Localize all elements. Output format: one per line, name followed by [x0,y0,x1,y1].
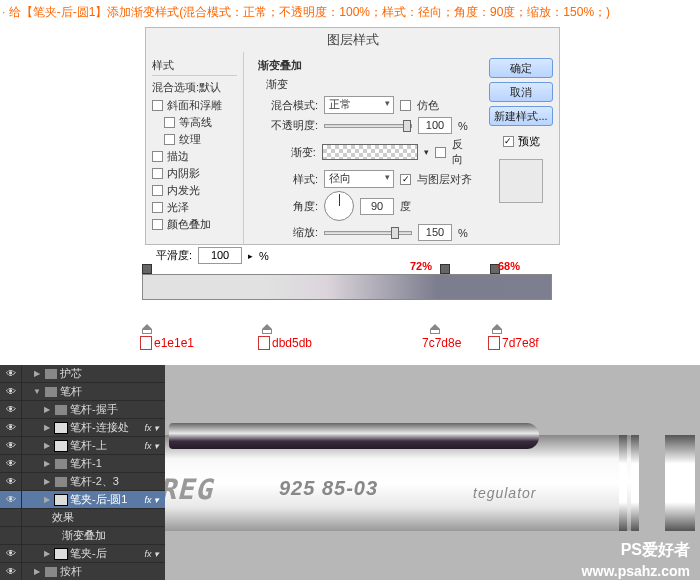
expand-icon[interactable]: ▶ [42,549,52,558]
gradient-preview[interactable] [322,144,418,160]
blend-mode-select[interactable]: 正常 [324,96,394,114]
settings-column: 渐变叠加 渐变 混合模式: 正常 仿色 不透明度: 100 % 渐变: [244,52,483,245]
effect-contour[interactable]: 等高线 [152,114,237,131]
effect-inner-glow[interactable]: 内发光 [152,182,237,199]
smoothness-unit: % [259,250,269,262]
folder-icon [55,459,67,469]
layer-row[interactable]: 👁▼笔杆 [0,383,165,401]
visibility-icon[interactable]: 👁 [0,365,22,382]
layer-row[interactable]: 👁▶笔杆-2、3 [0,473,165,491]
effect-inner-shadow[interactable]: 内阴影 [152,165,237,182]
align-checkbox[interactable] [400,174,411,185]
expand-icon[interactable]: ▶ [42,477,52,486]
opacity-label: 不透明度: [262,118,318,133]
fx-badge[interactable]: fx ▾ [144,423,161,433]
dither-label: 仿色 [417,98,439,113]
layer-row[interactable]: 👁▶笔杆-握手 [0,401,165,419]
visibility-icon[interactable]: 👁 [0,563,22,580]
layer-row[interactable]: 👁▶笔杆-1 [0,455,165,473]
opacity-slider[interactable] [324,124,412,128]
layer-row[interactable]: 👁▶护芯 [0,365,165,383]
effect-bevel[interactable]: 斜面和浮雕 [152,97,237,114]
opacity-unit: % [458,120,468,132]
folder-icon [45,369,57,379]
angle-input[interactable]: 90 [360,198,394,215]
preview-checkbox[interactable] [503,136,514,147]
scale-input[interactable]: 150 [418,224,452,241]
smoothness-input[interactable]: 100 [198,247,242,264]
visibility-icon[interactable]: 👁 [0,383,22,400]
expand-icon[interactable]: ▶ [42,459,52,468]
layer-row[interactable]: 👁▶笔杆-上fx ▾ [0,437,165,455]
effect-satin[interactable]: 光泽 [152,199,237,216]
color-stop[interactable] [430,324,440,334]
visibility-icon[interactable]: 👁 [0,401,22,418]
visibility-icon[interactable]: 👁 [0,491,22,508]
expand-icon[interactable]: ▶ [42,495,52,504]
blending-options[interactable]: 混合选项:默认 [152,78,237,97]
layer-row[interactable]: 👁▶笔杆-连接处fx ▾ [0,419,165,437]
color-stop[interactable] [262,324,272,334]
layer-thumb [54,494,68,506]
opacity-input[interactable]: 100 [418,117,452,134]
sub-title: 渐变 [266,77,473,92]
pen-text-teg: tegulator [473,485,536,501]
canvas-area: REG 925 85-03 tegulator PS爱好者 www.psahz.… [165,365,700,580]
fx-badge[interactable]: fx ▾ [144,549,161,559]
expand-icon[interactable]: ▶ [42,441,52,450]
dither-checkbox[interactable] [400,100,411,111]
effect-texture[interactable]: 纹理 [152,131,237,148]
layer-name: 笔杆-2、3 [70,474,161,489]
color-stop[interactable] [142,324,152,334]
layer-name: 笔夹-后 [70,546,144,561]
fx-badge[interactable]: fx ▾ [144,441,161,451]
color-stop[interactable] [492,324,502,334]
effect-stroke[interactable]: 描边 [152,148,237,165]
visibility-icon[interactable]: 👁 [0,473,22,490]
styles-header[interactable]: 样式 [152,56,237,76]
visibility-icon[interactable]: 👁 [0,545,22,562]
visibility-icon[interactable] [0,509,22,526]
button-column: 确定 取消 新建样式... 预览 [483,52,559,245]
opacity-stop[interactable] [142,264,152,274]
dialog-area: 图层样式 样式 混合选项:默认 斜面和浮雕 等高线 纹理 描边 内阴影 内发光 … [0,25,700,365]
reverse-checkbox[interactable] [435,147,446,158]
preview-swatch [499,159,543,203]
ok-button[interactable]: 确定 [489,58,553,78]
layer-row[interactable]: 渐变叠加 [0,527,165,545]
new-style-button[interactable]: 新建样式... [489,106,553,126]
expand-icon[interactable]: ▶ [42,405,52,414]
layer-name: 效果 [52,510,161,525]
smoothness-label: 平滑度: [156,248,192,263]
folder-icon [45,387,57,397]
opacity-stop[interactable] [440,264,450,274]
layer-row[interactable]: 👁▶笔夹-后-圆1fx ▾ [0,491,165,509]
preview-label: 预览 [518,134,540,149]
scale-slider[interactable] [324,231,412,235]
visibility-icon[interactable]: 👁 [0,419,22,436]
expand-icon[interactable]: ▼ [32,387,42,396]
gradient-bar[interactable] [142,274,552,300]
expand-icon[interactable]: ▶ [42,423,52,432]
cancel-button[interactable]: 取消 [489,82,553,102]
visibility-icon[interactable] [0,527,22,544]
folder-icon [45,567,57,577]
layer-name: 笔杆-1 [70,456,161,471]
layer-row[interactable]: 效果 [0,509,165,527]
layer-row[interactable]: 👁▶笔夹-后fx ▾ [0,545,165,563]
color-hex: 7d7e8f [488,336,539,350]
gradient-label: 渐变: [262,145,316,160]
style-select[interactable]: 径向 [324,170,394,188]
visibility-icon[interactable]: 👁 [0,437,22,454]
visibility-icon[interactable]: 👁 [0,455,22,472]
expand-icon[interactable]: ▶ [32,369,42,378]
effect-color-overlay[interactable]: 颜色叠加 [152,216,237,233]
layer-name: 笔杆-握手 [70,402,161,417]
expand-icon[interactable]: ▶ [32,567,42,576]
layer-row[interactable]: 👁▶按杆 [0,563,165,580]
fx-badge[interactable]: fx ▾ [144,495,161,505]
layer-thumb [54,548,68,560]
stop-percent: 68% [498,260,520,272]
align-label: 与图层对齐 [417,172,472,187]
angle-dial[interactable] [324,191,354,221]
